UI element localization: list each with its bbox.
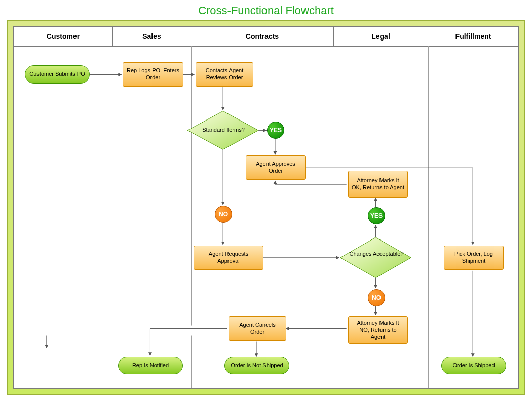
decision-standard-terms: Standard Terms? bbox=[193, 127, 254, 133]
node-label: Pick Order, Log Shipment bbox=[444, 251, 503, 265]
terminator-rep-notified: Rep Is Notified bbox=[118, 357, 183, 374]
process-attorney-ok: Attorney Marks It OK, Returns to Agent bbox=[348, 171, 408, 198]
node-label: Agent Requests Approval bbox=[194, 251, 263, 265]
lane-separator bbox=[191, 46, 192, 388]
svg-rect-16 bbox=[44, 326, 226, 336]
node-label: Agent Approves Order bbox=[246, 161, 305, 175]
svg-marker-1 bbox=[340, 237, 411, 278]
chart-title: Cross-Functional Flowchart bbox=[0, 0, 532, 17]
lane-separator bbox=[334, 46, 334, 388]
lane-header-sales: Sales bbox=[113, 27, 191, 46]
process-review-order: Contacts Agent Reviews Order bbox=[196, 62, 253, 87]
decision-no-icon: NO bbox=[215, 206, 232, 223]
node-label: Contacts Agent Reviews Order bbox=[196, 67, 253, 82]
terminator-not-shipped: Order Is Not Shipped bbox=[224, 357, 289, 374]
lane-header-customer: Customer bbox=[14, 27, 113, 46]
node-label: Rep Logs PO, Enters Order bbox=[123, 67, 183, 82]
node-label: Rep Is Notified bbox=[129, 362, 172, 369]
node-label: Agent Cancels Order bbox=[229, 322, 286, 336]
decision-yes-icon: YES bbox=[368, 207, 385, 224]
lane-header-legal: Legal bbox=[334, 27, 428, 46]
lane-body: Standard Terms? Changes Acceptable? Cust… bbox=[14, 46, 518, 388]
terminator-shipped: Order Is Shipped bbox=[441, 357, 506, 374]
lane-separator bbox=[113, 46, 113, 388]
node-label: Attorney Marks It OK, Returns to Agent bbox=[349, 177, 407, 191]
node-label: Customer Submits PO bbox=[26, 71, 88, 78]
terminator-customer-submits-po: Customer Submits PO bbox=[25, 65, 90, 84]
process-agent-approves: Agent Approves Order bbox=[246, 155, 306, 180]
lane-header-contracts: Contracts bbox=[191, 27, 334, 46]
decision-changes-acceptable: Changes Acceptable? bbox=[346, 251, 407, 257]
node-label: Attorney Marks It NO, Returns to Agent bbox=[349, 319, 407, 340]
process-pick-order: Pick Order, Log Shipment bbox=[444, 246, 504, 270]
lane-header-fulfillment: Fulfillment bbox=[428, 27, 518, 46]
process-attorney-no: Attorney Marks It NO, Returns to Agent bbox=[348, 316, 408, 344]
swimlane-chart: Customer Sales Contracts Legal Fulfillme… bbox=[13, 26, 519, 389]
node-label: Order Is Not Shipped bbox=[227, 362, 286, 369]
lane-headers: Customer Sales Contracts Legal Fulfillme… bbox=[14, 27, 518, 47]
decision-no-icon: NO bbox=[368, 289, 385, 306]
process-agent-requests: Agent Requests Approval bbox=[194, 246, 263, 270]
lane-separator bbox=[428, 46, 429, 388]
decision-yes-icon: YES bbox=[267, 122, 284, 139]
process-agent-cancels: Agent Cancels Order bbox=[229, 316, 286, 341]
process-rep-logs-po: Rep Logs PO, Enters Order bbox=[123, 62, 183, 87]
node-label: Order Is Shipped bbox=[449, 362, 498, 369]
